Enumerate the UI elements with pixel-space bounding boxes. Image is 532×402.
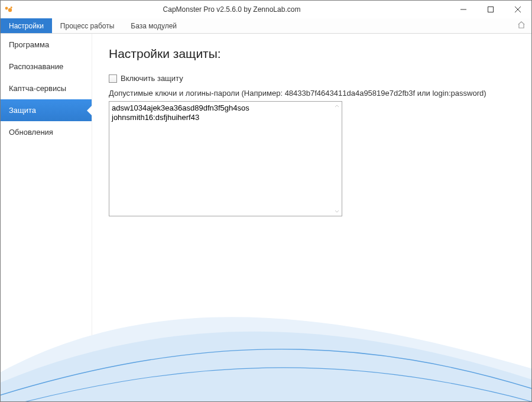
allowed-keys-textarea[interactable]: [109, 102, 342, 216]
sidebar-item-label: Распознавание: [9, 62, 63, 71]
window-title: CapMonster Pro v2.5.6.0 by ZennoLab.com: [14, 5, 450, 14]
app-icon: [4, 5, 14, 14]
sidebar-item-label: Программа: [9, 40, 49, 49]
body: Программа Распознавание Каптча-сервисы З…: [1, 34, 531, 401]
tab-label: Процесс работы: [60, 22, 114, 30]
sidebar-item-label: Каптча-сервисы: [9, 84, 66, 93]
enable-protection-checkbox[interactable]: [109, 74, 117, 83]
content-panel: Настройки защиты: Включить защиту Допуст…: [92, 34, 531, 401]
app-window: CapMonster Pro v2.5.6.0 by ZennoLab.com …: [0, 0, 532, 402]
sidebar: Программа Распознавание Каптча-сервисы З…: [1, 34, 92, 401]
tab-modules[interactable]: База модулей: [122, 18, 185, 33]
titlebar: CapMonster Pro v2.5.6.0 by ZennoLab.com: [1, 1, 531, 18]
sidebar-item-program[interactable]: Программа: [1, 34, 92, 56]
close-button[interactable]: [504, 1, 531, 18]
svg-point-2: [11, 7, 12, 8]
svg-rect-3: [488, 7, 494, 12]
minimize-button[interactable]: [450, 1, 477, 18]
sidebar-item-label: Защита: [9, 106, 36, 115]
top-tabs: Настройки Процесс работы База модулей: [1, 18, 531, 34]
sidebar-item-security[interactable]: Защита: [1, 99, 92, 121]
page-title: Настройки защиты:: [109, 47, 515, 61]
sidebar-item-captcha-services[interactable]: Каптча-сервисы: [1, 77, 92, 99]
enable-protection-row: Включить защиту: [109, 74, 515, 83]
tab-label: База модулей: [131, 22, 177, 30]
allowed-keys-textarea-wrap: [109, 101, 342, 216]
maximize-button[interactable]: [477, 1, 504, 18]
tab-settings[interactable]: Настройки: [1, 18, 52, 33]
allowed-keys-hint: Допустимые ключи и логины-пароли (Наприм…: [109, 89, 515, 98]
svg-point-1: [8, 8, 12, 12]
svg-point-0: [5, 7, 8, 10]
window-controls: [450, 1, 531, 18]
sidebar-item-updates[interactable]: Обновления: [1, 121, 92, 143]
sidebar-item-label: Обновления: [9, 128, 53, 137]
home-icon[interactable]: [517, 21, 525, 31]
tab-label: Настройки: [9, 22, 44, 30]
enable-protection-label: Включить защиту: [121, 74, 183, 83]
sidebar-item-recognition[interactable]: Распознавание: [1, 56, 92, 77]
tab-process[interactable]: Процесс работы: [52, 18, 122, 33]
